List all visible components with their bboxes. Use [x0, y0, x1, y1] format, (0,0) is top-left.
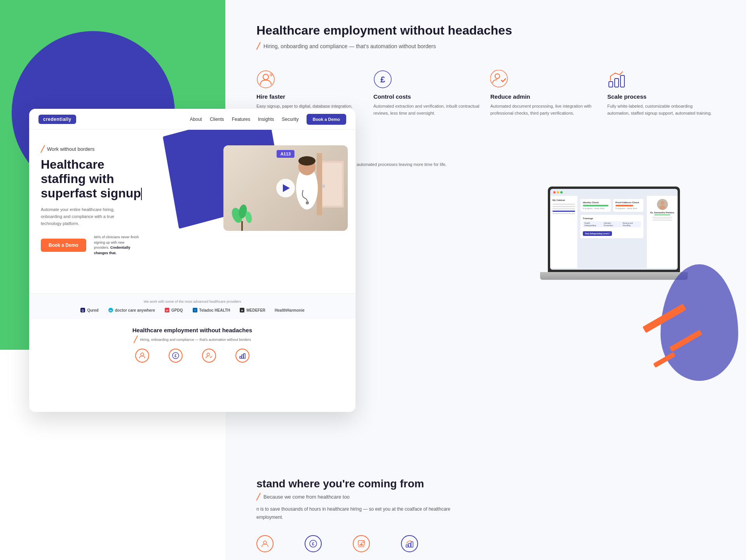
control-costs-desc: Automated extraction and verification, i… — [373, 103, 481, 117]
avatar-icon — [657, 199, 668, 210]
svg-point-44 — [661, 201, 664, 205]
features-header-sub-text: Hiring, onboarding and compliance — that… — [263, 43, 436, 49]
svg-rect-38 — [615, 79, 619, 87]
svg-rect-39 — [621, 75, 624, 87]
gpdq-logo-icon: GP — [164, 307, 170, 313]
partners-section: We work with some of the most advanced h… — [29, 293, 356, 319]
qured-logo-icon: Q — [80, 307, 85, 313]
nav-about[interactable]: About — [190, 117, 202, 122]
info-bar-1 — [652, 217, 673, 218]
trainings-title: Trainings — [583, 217, 641, 220]
bottom-feature-hire — [256, 535, 274, 552]
screen-traffic-lights — [550, 189, 678, 196]
subtitle-slash-icon: ╱ — [134, 336, 138, 343]
svg-rect-28 — [244, 354, 245, 358]
bottom-feature-costs: £ — [305, 535, 322, 552]
play-button[interactable] — [276, 179, 295, 197]
stand-subtitle: ╱ Because we come from healthcare too — [256, 493, 474, 501]
bottom-download-icon: + — [357, 539, 366, 548]
hire-faster-svg-icon: + — [256, 70, 275, 89]
training-cta-button[interactable]: Data Safeguarding Level 2 — [583, 231, 612, 236]
browser-navbar: credentially About Clients Features Insi… — [29, 109, 356, 130]
hero-description: Automate your entire healthcare hiring, … — [41, 206, 130, 227]
features-teaser-subtitle: ╱ Hiring, onboarding and compliance — th… — [41, 336, 344, 343]
sidebar-item-3 — [553, 208, 575, 209]
svg-point-45 — [659, 205, 666, 210]
svg-text:£: £ — [380, 75, 385, 84]
hero-section: ╱ Work without borders Healthcare staffi… — [29, 130, 356, 293]
hero-cta-row: Book a Demo 66% of clinicians never fini… — [41, 235, 344, 256]
screen-content: My Cabinet Identity Check — [550, 196, 678, 268]
bottom-scale-icon — [401, 535, 418, 552]
pound-icon: £ — [172, 352, 180, 359]
info-bar-2 — [653, 218, 671, 219]
reduce-admin-icon — [202, 349, 216, 363]
nav-security[interactable]: Security — [282, 117, 298, 122]
nav-features[interactable]: Features — [232, 117, 250, 122]
features-header: Healthcare employment without headaches … — [256, 23, 715, 50]
proof-address-card: Proof Address Check In progress - nearly… — [613, 199, 643, 212]
partner-doctorcare: dc doctor care anywhere — [108, 307, 155, 313]
partner-healthharmonie: HealthHarmonie — [275, 308, 305, 312]
bottom-pound-icon: £ — [309, 539, 317, 548]
feature-icon-costs: £ — [169, 349, 183, 363]
svg-text:T: T — [194, 309, 195, 312]
my-cabinet-label: My Cabinet — [553, 199, 575, 201]
control-costs-icon: £ — [169, 349, 183, 363]
training-cta: Data Safeguarding Level 2 — [583, 229, 641, 236]
reduce-admin-card-icon — [490, 70, 509, 89]
control-costs-svg-icon: £ — [373, 70, 392, 89]
partners-label: We work with some of the most advanced h… — [41, 300, 344, 304]
partner-gpdq: GP GPDQ — [164, 307, 183, 313]
svg-text:GP: GP — [166, 309, 169, 312]
feature-card-admin: Reduce admin Automated document processi… — [490, 66, 598, 120]
feature-icon-scale — [235, 349, 249, 363]
doctor-avatar — [657, 199, 668, 210]
feature-icon-admin — [202, 349, 216, 363]
sidebar-item-1 — [553, 204, 575, 205]
control-costs-title: Control costs — [373, 93, 481, 100]
video-thumbnail[interactable]: A113 — [223, 145, 348, 231]
book-demo-nav-button[interactable]: Book a Demo — [307, 114, 346, 125]
features-header-title: Healthcare employment without headaches — [256, 23, 715, 38]
book-demo-hero-button[interactable]: Book a Demo — [41, 239, 86, 252]
features-header-subtitle: ╱ Hiring, onboarding and compliance — th… — [256, 42, 715, 50]
svg-text:dc: dc — [109, 309, 112, 312]
feature-card-costs: £ Control costs Automated extraction and… — [373, 66, 481, 120]
svg-rect-5 — [322, 163, 342, 206]
sidebar-item-2 — [553, 206, 575, 207]
nav-clients[interactable]: Clients — [210, 117, 224, 122]
svg-rect-52 — [406, 545, 408, 547]
bottom-admin-icon: + — [353, 535, 370, 552]
scale-icon — [239, 352, 246, 359]
reduce-admin-title: Reduce admin — [490, 93, 598, 100]
red-dot — [553, 191, 556, 194]
play-triangle-icon — [283, 184, 290, 192]
hire-faster-card-icon: + — [256, 70, 275, 89]
svg-point-2 — [298, 156, 315, 166]
hero-stat-text: 66% of clinicians never finish signing u… — [94, 235, 141, 256]
medefer-logo-icon: M — [239, 307, 245, 313]
training-item-2: Infection Prevention — [602, 221, 621, 227]
scale-process-card-icon — [607, 70, 626, 89]
plants-decoration — [231, 200, 254, 231]
orange-slash-icon: ╱ — [41, 145, 45, 153]
svg-rect-26 — [240, 356, 241, 358]
reduce-admin-desc: Automated document processing, live inte… — [490, 103, 598, 117]
doctorcare-text: doctor care anywhere — [115, 308, 155, 312]
nav-insights[interactable]: Insights — [258, 117, 274, 122]
svg-point-36 — [495, 74, 500, 79]
features-teaser-title: Healthcare employment without headaches — [41, 327, 344, 333]
video-inner: A113 — [223, 145, 348, 231]
identity-check-title: Identity Check — [583, 201, 608, 204]
profile-sidebar: Dr. Samantha Perkins — [647, 196, 678, 268]
status-bar — [654, 215, 670, 215]
svg-point-30 — [263, 74, 268, 80]
teladoc-logo-icon: T — [192, 307, 198, 313]
work-label-text: Work without borders — [47, 146, 95, 152]
hire-faster-icon — [135, 349, 149, 363]
stand-title-text: stand where you're coming from — [256, 478, 424, 490]
partner-qured: Q Qured — [80, 307, 98, 313]
identity-check-card: Identity Check In progress - nearly ther… — [580, 199, 611, 212]
svg-rect-37 — [609, 82, 613, 87]
